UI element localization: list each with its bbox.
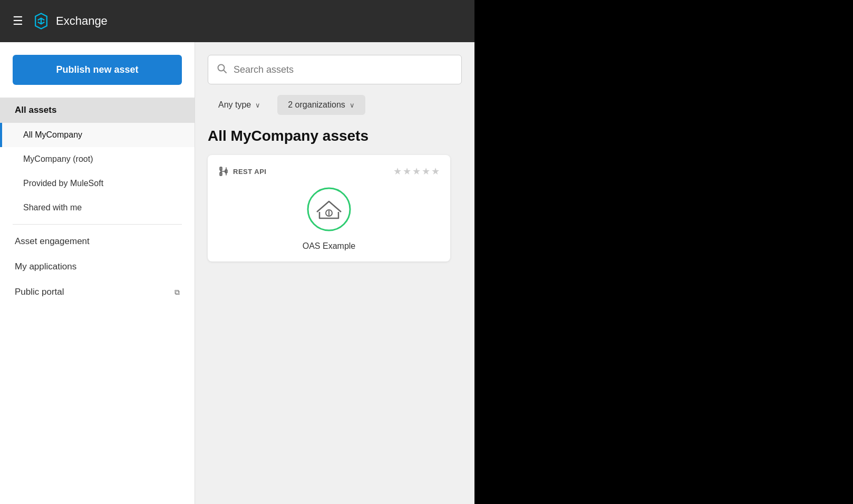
section-title: All MyCompany assets (208, 128, 462, 144)
org-filter-button[interactable]: 2 organizations ∨ (277, 95, 365, 115)
svg-line-2 (224, 70, 226, 73)
card-name: OAS Example (218, 241, 440, 251)
navbar: ☰ Exchange (0, 0, 474, 42)
star-1: ★ (393, 166, 402, 177)
sidebar-item-provided-by-mulesoft-label: Provided by MuleSoft (23, 179, 103, 188)
sidebar-item-my-applications-label: My applications (15, 261, 76, 272)
search-input[interactable] (234, 64, 453, 75)
org-filter-label: 2 organizations (288, 100, 345, 110)
publish-new-asset-button[interactable]: Publish new asset (13, 55, 182, 85)
exchange-logo-icon (32, 12, 51, 31)
sidebar: Publish new asset All assets All MyCompa… (0, 42, 195, 504)
sidebar-item-asset-engagement-label: Asset engagement (15, 236, 90, 246)
star-4: ★ (422, 166, 430, 177)
sidebar-item-all-assets[interactable]: All assets (0, 98, 195, 123)
star-5: ★ (431, 166, 440, 177)
sidebar-item-shared-with-me-label: Shared with me (23, 203, 82, 212)
sidebar-item-shared-with-me[interactable]: Shared with me (0, 196, 195, 220)
star-3: ★ (412, 166, 421, 177)
sidebar-item-mycompany-root-label: MyCompany (root) (23, 154, 93, 163)
type-filter-button[interactable]: Any type ∨ (208, 95, 271, 115)
sidebar-divider-1 (13, 224, 182, 225)
asset-card[interactable]: REST API ★ ★ ★ ★ ★ (208, 155, 450, 261)
type-filter-chevron-icon: ∨ (255, 101, 260, 109)
sidebar-item-all-mycompany[interactable]: All MyCompany (0, 123, 195, 147)
sidebar-item-all-mycompany-label: All MyCompany (23, 130, 82, 139)
content-area: Any type ∨ 2 organizations ∨ All MyCompa… (195, 42, 474, 504)
org-filter-chevron-icon: ∨ (350, 101, 355, 109)
sidebar-item-public-portal[interactable]: Public portal ⧉ (0, 279, 195, 305)
filters-row: Any type ∨ 2 organizations ∨ (208, 95, 462, 115)
card-type-label: REST API (233, 168, 266, 176)
sidebar-item-public-portal-label: Public portal (15, 287, 64, 297)
external-link-icon: ⧉ (175, 288, 180, 297)
search-icon (217, 63, 227, 76)
app-title: Exchange (56, 14, 108, 28)
type-filter-label: Any type (218, 100, 251, 110)
main-container: Publish new asset All assets All MyCompa… (0, 42, 474, 504)
card-type: REST API (218, 166, 266, 177)
card-logo (218, 186, 440, 233)
sidebar-item-mycompany-root[interactable]: MyCompany (root) (0, 147, 195, 171)
oas-logo-icon (305, 186, 353, 233)
sidebar-item-my-applications[interactable]: My applications (0, 254, 195, 279)
card-header: REST API ★ ★ ★ ★ ★ (218, 166, 440, 177)
stars-rating: ★ ★ ★ ★ ★ (393, 166, 440, 177)
sidebar-item-all-assets-label: All assets (15, 105, 56, 115)
sidebar-item-provided-by-mulesoft[interactable]: Provided by MuleSoft (0, 171, 195, 196)
hamburger-icon[interactable]: ☰ (13, 14, 23, 28)
search-bar (208, 55, 462, 84)
star-2: ★ (403, 166, 411, 177)
logo-container: Exchange (32, 12, 108, 31)
sidebar-item-asset-engagement[interactable]: Asset engagement (0, 229, 195, 254)
rest-api-icon (218, 166, 229, 177)
